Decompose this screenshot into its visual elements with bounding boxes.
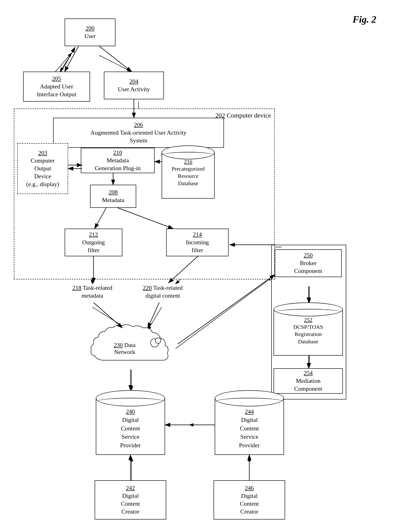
svg-line-5 [55,53,72,72]
dcsp-240: 240 DigitalContentServiceProvider [96,390,165,455]
creator-242-id: 242 [126,484,135,492]
dcsp-240-label: DigitalContentServiceProvider [120,417,141,448]
dcsp-244-label: DigitalContentServiceProvider [239,417,260,448]
creator-242-label: DigitalContentCreator [121,492,140,515]
incoming-filter-id: 214 [193,231,202,239]
adapted-ui-label: Adapted UserInterface Output [37,83,76,98]
diagram: Fig. 2 [0,0,404,532]
precategorized-label: PrecategorizedResourceDatabase [172,166,205,186]
incoming-filter-label: Incomingfilter [186,239,209,254]
outgoing-filter-id: 212 [89,231,98,239]
dcsp-240-id: 240 [126,408,135,415]
dcsp-244-id: 244 [245,408,254,415]
augmented-system-box: 206 Augmented Task-oriented User Activit… [53,118,224,148]
user-activity-id: 204 [130,78,139,85]
user-label: User [84,32,95,40]
augmented-system-id: 206 [134,121,143,129]
data-network-id: 230 [114,342,123,348]
user-activity-label: User Activity [118,85,150,93]
augmented-system-label: Augmented Task-oriented User ActivitySys… [90,129,187,145]
task-metadata-id: 218 [72,285,81,291]
user-box: 200 User [65,19,115,46]
computer-device-label: Computer device [227,112,271,119]
outgoing-filter-label: Outgoingfilter [82,239,105,254]
computer-output-id: 203 [38,149,47,157]
dcsp-244: 244 DigitalContentServiceProvider [215,390,284,455]
metadata-id: 208 [109,188,118,196]
precategorized-id: 216 [184,159,192,165]
fig-label: Fig. 2 [353,14,376,25]
precategorized-db: 216 PrecategorizedResourceDatabase [162,146,215,199]
svg-line-28 [65,46,78,72]
creator-246-id: 246 [245,484,254,492]
task-content-label: 220 Task-relateddigital content [132,284,194,300]
computer-output-box: 203 ComputerOutputDevice(e.g., display) [17,143,68,194]
creator-246-box: 246 DigitalContentCreator [214,480,285,519]
svg-line-29 [61,47,75,72]
metadata-gen-id: 210 [113,149,122,157]
computer-output-label: ComputerOutputDevice(e.g., display) [26,157,59,188]
user-id: 200 [86,25,95,32]
svg-line-30 [99,46,132,72]
adapted-ui-id: 205 [52,75,61,83]
creator-242-box: 242 DigitalContentCreator [95,480,166,519]
user-activity-box: 204 User Activity [104,72,164,99]
creator-246-label: DigitalContentCreator [240,492,259,515]
data-network-cloud: 230 DataNetwork [90,323,178,369]
svg-point-25 [155,338,161,343]
adapted-ui-box: 205 Adapted UserInterface Output [23,72,90,101]
outgoing-filter-box: 212 Outgoingfilter [65,228,122,256]
task-content-id: 220 [143,285,152,291]
task-metadata-label: 218 Task-relatedmetadata [62,284,122,300]
svg-line-3 [60,55,70,72]
dcsp-toas-label: DCSP/TOASRegistrationDatabase [293,324,323,344]
svg-line-4 [99,55,132,72]
metadata-label: Metadata [102,196,124,204]
metadata-gen-box: 210 MetadataGeneration Plug-in [81,148,155,173]
metadata-box: 208 Metadata [90,185,136,208]
dcsp-toas-id: 252 [304,317,312,323]
incoming-filter-box: 214 Incomingfilter [166,228,228,256]
metadata-gen-label: MetadataGeneration Plug-in [95,157,141,172]
